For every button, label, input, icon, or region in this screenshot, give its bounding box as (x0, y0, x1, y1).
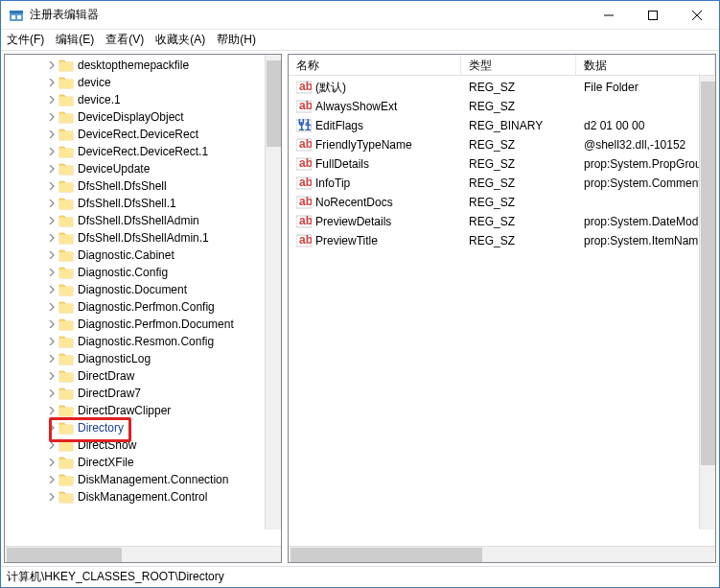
value-icon (296, 100, 312, 113)
tree-item[interactable]: Directory (5, 419, 281, 436)
list-row[interactable]: (默认)REG_SZFile Folder (289, 78, 715, 97)
tree-item[interactable]: DfsShell.DfsShellAdmin.1 (5, 229, 281, 247)
tree-item[interactable]: Diagnostic.Resmon.Config (5, 333, 281, 350)
folder-icon (58, 145, 74, 158)
chevron-right-icon[interactable] (47, 440, 57, 450)
tree-item[interactable]: DiskManagement.Connection (5, 471, 281, 488)
value-data: prop:System.DateMod (576, 215, 715, 228)
tree-item[interactable]: device (5, 74, 281, 91)
menu-file[interactable]: 文件(F) (7, 32, 44, 48)
list-row[interactable]: AlwaysShowExtREG_SZ (289, 97, 715, 116)
list-row[interactable]: PreviewTitleREG_SZprop:System.ItemNam (289, 231, 715, 250)
tree-item[interactable]: Diagnostic.Cabinet (5, 247, 281, 264)
chevron-right-icon[interactable] (47, 423, 57, 433)
list-row[interactable]: FullDetailsREG_SZprop:System.PropGrou (289, 154, 715, 174)
value-data: File Folder (576, 81, 715, 94)
chevron-right-icon[interactable] (47, 388, 57, 398)
close-button[interactable] (675, 1, 719, 29)
col-type[interactable]: 类型 (461, 55, 576, 75)
tree-item[interactable]: Diagnostic.Document (5, 281, 281, 298)
value-icon (296, 234, 312, 247)
registry-tree[interactable]: desktopthemepackfiledevicedevice.1Device… (5, 55, 281, 507)
chevron-right-icon[interactable] (47, 95, 57, 105)
chevron-right-icon[interactable] (47, 302, 57, 312)
chevron-right-icon[interactable] (47, 354, 57, 364)
tree-item[interactable]: DeviceUpdate (5, 160, 281, 177)
chevron-right-icon[interactable] (47, 475, 57, 484)
folder-icon (58, 456, 74, 469)
tree-label: DeviceRect.DeviceRect (78, 128, 198, 141)
value-data: prop:System.Comment (576, 176, 715, 190)
tree-label: DirectXFile (78, 456, 134, 469)
chevron-right-icon[interactable] (47, 492, 57, 502)
tree-item[interactable]: device.1 (5, 91, 281, 108)
chevron-right-icon[interactable] (47, 337, 57, 346)
tree-label: Diagnostic.Document (78, 283, 187, 296)
menu-help[interactable]: 帮助(H) (217, 32, 256, 48)
chevron-right-icon[interactable] (47, 319, 57, 329)
folder-icon (58, 179, 74, 193)
col-name[interactable]: 名称 (289, 55, 461, 75)
tree-item[interactable]: DirectDraw7 (5, 385, 281, 402)
tree-item[interactable]: Diagnostic.Config (5, 264, 281, 281)
chevron-right-icon[interactable] (47, 250, 57, 260)
list-row[interactable]: FriendlyTypeNameREG_SZ@shell32.dll,-1015… (289, 135, 715, 154)
list-row[interactable]: EditFlagsREG_BINARYd2 01 00 00 (289, 116, 715, 135)
values-list[interactable]: (默认)REG_SZFile FolderAlwaysShowExtREG_SZ… (289, 76, 715, 252)
list-row[interactable]: InfoTipREG_SZprop:System.Comment (289, 174, 715, 193)
folder-icon (58, 387, 74, 400)
tree-item[interactable]: DirectXFile (5, 454, 281, 471)
tree-item[interactable]: DirectDraw (5, 367, 281, 385)
value-data: d2 01 00 00 (576, 119, 715, 132)
menu-view[interactable]: 查看(V) (105, 32, 144, 48)
values-scrollbar-horizontal[interactable] (289, 546, 715, 562)
chevron-right-icon[interactable] (47, 406, 57, 415)
minimize-button[interactable] (587, 1, 631, 29)
chevron-right-icon[interactable] (47, 233, 57, 243)
folder-icon (58, 214, 74, 227)
tree-item[interactable]: DeviceRect.DeviceRect (5, 126, 281, 143)
tree-item[interactable]: Diagnostic.Perfmon.Document (5, 316, 281, 333)
folder-icon (58, 248, 74, 262)
list-row[interactable]: PreviewDetailsREG_SZprop:System.DateMod (289, 212, 715, 231)
value-data: @shell32.dll,-10152 (576, 138, 715, 152)
chevron-right-icon[interactable] (47, 458, 57, 467)
values-header: 名称 类型 数据 (289, 55, 715, 76)
menu-favorites[interactable]: 收藏夹(A) (155, 32, 205, 48)
menu-edit[interactable]: 编辑(E) (56, 32, 94, 48)
folder-icon (58, 283, 74, 296)
chevron-right-icon[interactable] (47, 78, 57, 87)
tree-item[interactable]: DfsShell.DfsShellAdmin (5, 212, 281, 229)
value-icon (296, 81, 312, 94)
maximize-button[interactable] (631, 1, 675, 29)
chevron-right-icon[interactable] (47, 371, 57, 381)
chevron-right-icon[interactable] (47, 164, 57, 174)
chevron-right-icon[interactable] (47, 129, 57, 139)
tree-item[interactable]: Diagnostic.Perfmon.Config (5, 298, 281, 316)
chevron-right-icon[interactable] (47, 268, 57, 277)
values-scrollbar-vertical[interactable] (699, 76, 715, 529)
col-data[interactable]: 数据 (576, 55, 715, 75)
chevron-right-icon[interactable] (47, 112, 57, 122)
list-row[interactable]: NoRecentDocsREG_SZ (289, 193, 715, 212)
tree-item[interactable]: DiskManagement.Control (5, 488, 281, 506)
tree-item[interactable]: desktopthemepackfile (5, 57, 281, 74)
tree-item[interactable]: DirectShow (5, 436, 281, 454)
tree-item[interactable]: DeviceRect.DeviceRect.1 (5, 143, 281, 160)
window-buttons (587, 1, 719, 29)
tree-scrollbar-vertical[interactable] (265, 55, 281, 529)
chevron-right-icon[interactable] (47, 199, 57, 208)
chevron-right-icon[interactable] (47, 285, 57, 294)
tree-item[interactable]: DfsShell.DfsShell.1 (5, 195, 281, 212)
chevron-right-icon[interactable] (47, 147, 57, 156)
chevron-right-icon[interactable] (47, 181, 57, 191)
tree-item[interactable]: DfsShell.DfsShell (5, 177, 281, 195)
tree-item[interactable]: DirectDrawClipper (5, 402, 281, 419)
tree-item[interactable]: DiagnosticLog (5, 350, 281, 367)
value-icon (296, 215, 312, 228)
tree-scrollbar-horizontal[interactable] (5, 546, 281, 562)
tree-item[interactable]: DeviceDisplayObject (5, 108, 281, 126)
chevron-right-icon[interactable] (47, 216, 57, 225)
chevron-right-icon[interactable] (47, 60, 57, 70)
tree-label: DfsShell.DfsShellAdmin (78, 214, 199, 227)
